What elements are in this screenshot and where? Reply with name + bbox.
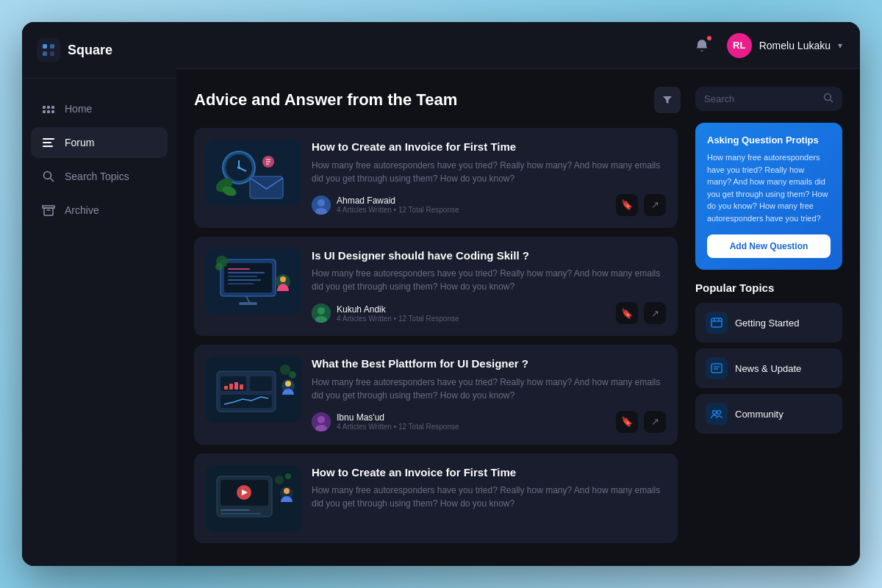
post-image-1 bbox=[206, 140, 301, 206]
share-button-2[interactable]: ↗ bbox=[644, 302, 666, 324]
post-content-4: How to Create an Invoice for First Time … bbox=[312, 465, 666, 511]
svg-rect-7 bbox=[43, 110, 46, 113]
post-content-1: How to Create an Invoice for First Time … bbox=[312, 140, 666, 216]
author-avatar-1 bbox=[312, 196, 331, 215]
svg-rect-5 bbox=[47, 106, 50, 109]
post-excerpt-2: How many free autoresponders have you tr… bbox=[312, 267, 666, 293]
topic-list: Getting Started News & Update bbox=[695, 303, 842, 434]
author-stats-1: 4 Articles Written • 12 Total Response bbox=[337, 206, 459, 214]
author-info-2: Kukuh Andik 4 Articles Written • 12 Tota… bbox=[312, 304, 459, 323]
app-logo-text: Square bbox=[68, 43, 112, 58]
svg-rect-51 bbox=[224, 386, 228, 390]
svg-rect-35 bbox=[228, 272, 265, 273]
author-info-1: Ahmad Fawaid 4 Articles Written • 12 Tot… bbox=[312, 196, 459, 215]
svg-rect-54 bbox=[240, 384, 243, 390]
search-input[interactable] bbox=[704, 93, 817, 104]
svg-rect-2 bbox=[43, 51, 47, 56]
post-actions-2: 🔖 ↗ bbox=[616, 302, 666, 324]
author-info-3: Ibnu Mas'ud 4 Articles Written • 12 Tota… bbox=[312, 412, 459, 431]
forum-header: Advice and Answer from the Team bbox=[194, 87, 681, 113]
chevron-down-icon: ▾ bbox=[838, 40, 842, 51]
sidebar-item-archive[interactable]: Archive bbox=[31, 195, 168, 226]
post-excerpt-1: How many free autoresponders have you tr… bbox=[312, 159, 666, 185]
forum-section: Advice and Answer from the Team bbox=[194, 87, 681, 548]
share-button-1[interactable]: ↗ bbox=[644, 194, 666, 216]
forum-icon bbox=[41, 135, 56, 150]
sidebar-item-forum[interactable]: Forum bbox=[31, 127, 168, 158]
notification-button[interactable] bbox=[689, 32, 715, 59]
author-stats-3: 4 Articles Written • 12 Total Response bbox=[337, 423, 459, 431]
sidebar-item-home[interactable]: Home bbox=[31, 93, 168, 124]
post-title-4: How to Create an Invoice for First Time bbox=[312, 465, 666, 480]
post-footer-3: Ibnu Mas'ud 4 Articles Written • 12 Tota… bbox=[312, 411, 666, 433]
post-title-1: How to Create an Invoice for First Time bbox=[312, 140, 666, 154]
archive-icon bbox=[41, 203, 56, 218]
search-topics-icon bbox=[41, 169, 56, 184]
bookmark-button-3[interactable]: 🔖 bbox=[616, 411, 638, 433]
svg-point-27 bbox=[318, 199, 325, 207]
home-icon bbox=[41, 101, 56, 116]
svg-point-69 bbox=[284, 488, 290, 494]
svg-point-40 bbox=[280, 276, 286, 282]
post-content-2: Is UI Designer should have Coding Skill … bbox=[312, 248, 666, 325]
svg-rect-33 bbox=[239, 302, 257, 305]
user-avatar: RL bbox=[727, 33, 752, 58]
author-name-1: Ahmad Fawaid bbox=[337, 196, 459, 206]
filter-button[interactable] bbox=[654, 87, 681, 113]
author-details-3: Ibnu Mas'ud 4 Articles Written • 12 Tota… bbox=[337, 412, 459, 431]
app-logo-icon bbox=[37, 38, 60, 62]
svg-rect-0 bbox=[43, 44, 47, 49]
sidebar-item-search-topics[interactable]: Search Topics bbox=[31, 161, 168, 192]
svg-rect-34 bbox=[228, 268, 250, 270]
sidebar-item-search-label: Search Topics bbox=[65, 171, 129, 182]
svg-point-58 bbox=[289, 371, 296, 379]
author-name-3: Ibnu Mas'ud bbox=[337, 412, 459, 423]
news-update-icon bbox=[706, 357, 728, 379]
forum-title: Advice and Answer from the Team bbox=[194, 90, 457, 110]
bookmark-button-2[interactable]: 🔖 bbox=[616, 302, 638, 324]
app-container: Square Home bbox=[22, 22, 860, 566]
user-menu[interactable]: RL Romelu Lukaku ▾ bbox=[727, 33, 842, 58]
author-avatar-2 bbox=[312, 304, 331, 323]
table-row[interactable]: What the Best Plattform for UI Designer … bbox=[194, 345, 678, 445]
table-row[interactable]: How to Create an Invoice for First Time … bbox=[194, 453, 678, 543]
post-footer-1: Ahmad Fawaid 4 Articles Written • 12 Tot… bbox=[312, 194, 666, 216]
topic-item-news-update[interactable]: News & Update bbox=[695, 348, 842, 388]
post-footer-2: Kukuh Andik 4 Articles Written • 12 Tota… bbox=[312, 302, 666, 324]
table-row[interactable]: Is UI Designer should have Coding Skill … bbox=[194, 237, 678, 337]
getting-started-icon bbox=[706, 312, 728, 334]
share-button-3[interactable]: ↗ bbox=[644, 411, 666, 433]
community-icon bbox=[706, 403, 728, 425]
post-actions-3: 🔖 ↗ bbox=[616, 411, 666, 433]
svg-rect-74 bbox=[711, 318, 722, 327]
svg-rect-50 bbox=[220, 395, 272, 408]
post-title-3: What the Best Plattform for UI Designer … bbox=[312, 356, 666, 371]
table-row[interactable]: How to Create an Invoice for First Time … bbox=[194, 128, 678, 228]
svg-point-81 bbox=[713, 411, 717, 415]
bookmark-button-1[interactable]: 🔖 bbox=[616, 194, 638, 216]
svg-rect-52 bbox=[229, 384, 233, 390]
svg-rect-66 bbox=[220, 509, 250, 511]
post-excerpt-4: How many free autoresponders have you tr… bbox=[312, 484, 666, 510]
svg-point-42 bbox=[215, 263, 223, 270]
svg-rect-49 bbox=[250, 376, 272, 391]
svg-point-44 bbox=[318, 307, 325, 315]
post-excerpt-3: How many free autoresponders have you tr… bbox=[312, 376, 666, 402]
sidebar: Square Home bbox=[22, 22, 176, 566]
post-actions-1: 🔖 ↗ bbox=[616, 194, 666, 216]
topic-item-community[interactable]: Community bbox=[695, 394, 842, 434]
author-stats-2: 4 Articles Written • 12 Total Response bbox=[337, 315, 459, 323]
search-icon bbox=[823, 93, 833, 105]
topic-item-getting-started[interactable]: Getting Started bbox=[695, 303, 842, 343]
svg-rect-4 bbox=[43, 106, 46, 109]
sidebar-item-forum-label: Forum bbox=[65, 137, 94, 148]
search-box bbox=[695, 87, 842, 111]
svg-rect-37 bbox=[228, 279, 261, 281]
svg-rect-38 bbox=[228, 283, 254, 284]
promo-title: Asking Question Protips bbox=[707, 135, 831, 146]
popular-topics-section: Popular Topics Getting bbox=[695, 282, 842, 434]
author-name-2: Kukuh Andik bbox=[337, 304, 459, 315]
user-name: Romelu Lukaku bbox=[759, 40, 831, 51]
add-question-button[interactable]: Add New Question bbox=[707, 234, 831, 258]
popular-topics-title: Popular Topics bbox=[695, 282, 842, 294]
